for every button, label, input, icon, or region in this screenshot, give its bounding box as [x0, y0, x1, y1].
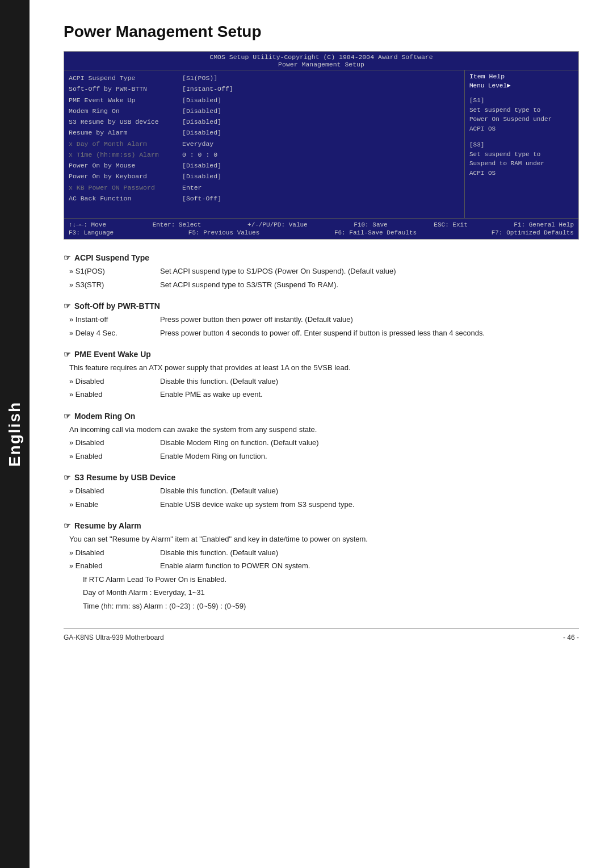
item-row: » EnabledEnable PME as wake up event.	[69, 389, 579, 400]
footer-move: ↑↓→←: Move	[69, 221, 106, 228]
item-label: » Enabled	[69, 451, 160, 462]
bios-header-line1: CMOS Setup Utility-Copyright (C) 1984-20…	[64, 53, 578, 61]
footer-help: F1: General Help	[514, 221, 574, 228]
bios-row: x Day of Month AlarmEveryday	[69, 139, 460, 149]
item-desc: Disable this function. (Default value)	[160, 376, 579, 387]
footer-save: F10: Save	[354, 221, 387, 228]
bios-right-panel: Item Help Menu Level► [S1] Set suspend t…	[465, 70, 578, 218]
section-body-pme-event-wake-up: This feature requires an ATX power suppl…	[64, 362, 579, 400]
item-label: » Delay 4 Sec.	[69, 328, 160, 339]
bios-header-line2: Power Management Setup	[64, 61, 578, 68]
bios-row: x Time (hh:mm:ss) Alarm0 : 0 : 0	[69, 149, 460, 160]
section-s3-resume-usb: ☞ S3 Resume by USB Device» DisabledDisab…	[64, 473, 579, 510]
bios-body: ACPI Suspend Type[S1(POS)]Soft-Off by PW…	[64, 70, 578, 218]
plain-text: You can set "Resume by Alarm" item at "E…	[69, 534, 579, 545]
item-desc: Set ACPI suspend type to S3/STR (Suspend…	[160, 279, 579, 291]
item-desc: Press power button then power off instan…	[160, 314, 579, 325]
section-title-resume-by-alarm: ☞ Resume by Alarm	[64, 521, 579, 530]
item-row: » Instant-offPress power button then pow…	[69, 314, 579, 325]
section-body-soft-off: » Instant-offPress power button then pow…	[64, 314, 579, 338]
item-desc: Press power button 4 seconds to power of…	[160, 328, 579, 339]
section-pme-event-wake-up: ☞ PME Event Wake UpThis feature requires…	[64, 350, 579, 400]
item-label: » Enabled	[69, 560, 160, 572]
item-desc: Disable this function. (Default value)	[160, 485, 579, 497]
footer-prev: F5: Previous Values	[188, 229, 259, 236]
sidebar: English	[0, 0, 30, 868]
help-title: Item Help	[469, 73, 574, 80]
bios-row: Power On by Mouse[Disabled]	[69, 160, 460, 171]
item-label: » S1(POS)	[69, 266, 160, 277]
section-title-pme-event-wake-up: ☞ PME Event Wake Up	[64, 350, 579, 359]
item-row: » EnabledEnable Modem Ring on function.	[69, 451, 579, 462]
item-label: » Disabled	[69, 547, 160, 559]
section-body-resume-by-alarm: You can set "Resume by Alarm" item at "E…	[64, 534, 579, 611]
section-title-soft-off: ☞ Soft-Off by PWR-BTTN	[64, 301, 579, 311]
bios-row: S3 Resume by USB device[Disabled]	[69, 116, 460, 127]
item-row: » Delay 4 Sec.Press power button 4 secon…	[69, 328, 579, 339]
item-desc: Set ACPI suspend type to S1/POS (Power O…	[160, 266, 579, 277]
bios-footer-row1: ↑↓→←: Move Enter: Select +/-/PU/PD: Valu…	[69, 221, 574, 229]
sidebar-label: English	[6, 401, 24, 467]
section-soft-off: ☞ Soft-Off by PWR-BTTN» Instant-offPress…	[64, 301, 579, 338]
item-label: » Instant-off	[69, 314, 160, 325]
section-arrow-icon: ☞	[64, 253, 71, 262]
bios-row: ACPI Suspend Type[S1(POS)]	[69, 73, 460, 83]
page-number: - 46 -	[563, 634, 579, 641]
item-row: » EnableEnable USB device wake up system…	[69, 499, 579, 510]
model-label: GA-K8NS Ultra-939 Motherboard	[64, 634, 164, 641]
section-modem-ring-on: ☞ Modem Ring OnAn incoming call via mode…	[64, 412, 579, 462]
footer-value: +/-/PU/PD: Value	[247, 221, 308, 228]
section-body-s3-resume-usb: » DisabledDisable this function. (Defaul…	[64, 485, 579, 510]
footer-exit: ESC: Exit	[434, 221, 467, 228]
bios-row: Resume by Alarm[Disabled]	[69, 127, 460, 138]
section-arrow-icon: ☞	[64, 473, 71, 482]
item-label: » Enabled	[69, 389, 160, 400]
section-arrow-icon: ☞	[64, 301, 71, 311]
footer-opt: F7: Optimized Defaults	[492, 229, 574, 236]
section-arrow-icon: ☞	[64, 412, 71, 421]
item-label: » Disabled	[69, 376, 160, 387]
bios-row: Soft-Off by PWR-BTTN[Instant-Off]	[69, 83, 460, 94]
item-row: » EnabledEnable alarm function to POWER …	[69, 560, 579, 572]
item-desc: Enable Modem Ring on function.	[160, 451, 579, 462]
item-desc: Enable PME as wake up event.	[160, 389, 579, 400]
bios-row: Modem Ring On[Disabled]	[69, 106, 460, 116]
item-row: » S3(STR)Set ACPI suspend type to S3/STR…	[69, 279, 579, 291]
extra-indent-text: Day of Month Alarm : Everyday, 1~31	[69, 587, 579, 598]
section-body-acpi-suspend-type: » S1(POS)Set ACPI suspend type to S1/POS…	[64, 266, 579, 290]
item-row: » DisabledDisable this function. (Defaul…	[69, 485, 579, 497]
section-arrow-icon: ☞	[64, 350, 71, 359]
sections-container: ☞ ACPI Suspend Type» S1(POS)Set ACPI sus…	[64, 253, 579, 611]
item-label: » Disabled	[69, 437, 160, 448]
section-title-modem-ring-on: ☞ Modem Ring On	[64, 412, 579, 421]
bios-row: AC Back Function[Soft-Off]	[69, 193, 460, 204]
bios-row: x KB Power ON PasswordEnter	[69, 182, 460, 193]
item-label: » Enable	[69, 499, 160, 510]
footer-select: Enter: Select	[153, 221, 201, 228]
page-title: Power Management Setup	[64, 23, 579, 41]
help-block2-label: [S3]	[469, 140, 574, 150]
section-body-modem-ring-on: An incoming call via modem can awake the…	[64, 424, 579, 462]
item-label: » S3(STR)	[69, 279, 160, 291]
section-acpi-suspend-type: ☞ ACPI Suspend Type» S1(POS)Set ACPI sus…	[64, 253, 579, 290]
menu-level: Menu Level►	[469, 82, 574, 89]
item-desc: Enable alarm function to POWER ON system…	[160, 560, 579, 572]
footer-bar: GA-K8NS Ultra-939 Motherboard - 46 -	[64, 628, 579, 641]
bios-row: PME Event Wake Up[Disabled]	[69, 95, 460, 106]
help-block2-text: Set suspend type toSuspend to RAM underA…	[469, 150, 574, 178]
section-resume-by-alarm: ☞ Resume by AlarmYou can set "Resume by …	[64, 521, 579, 611]
section-title-acpi-suspend-type: ☞ ACPI Suspend Type	[64, 253, 579, 262]
item-row: » S1(POS)Set ACPI suspend type to S1/POS…	[69, 266, 579, 277]
item-desc: Enable USB device wake up system from S3…	[160, 499, 579, 510]
item-row: » DisabledDisable this function. (Defaul…	[69, 376, 579, 387]
bios-header: CMOS Setup Utility-Copyright (C) 1984-20…	[64, 52, 578, 70]
footer-lang: F3: Language	[69, 229, 114, 236]
item-desc: Disable Modem Ring on function. (Default…	[160, 437, 579, 448]
plain-text: An incoming call via modem can awake the…	[69, 424, 579, 435]
item-desc: Disable this function. (Default value)	[160, 547, 579, 559]
section-arrow-icon: ☞	[64, 521, 71, 530]
bios-screen: CMOS Setup Utility-Copyright (C) 1984-20…	[64, 51, 579, 240]
help-block1-text: Set suspend type toPower On Suspend unde…	[469, 106, 574, 134]
footer-fail: F6: Fail-Save Defaults	[334, 229, 417, 236]
bios-footer-row2: F3: Language F5: Previous Values F6: Fai…	[69, 229, 574, 237]
